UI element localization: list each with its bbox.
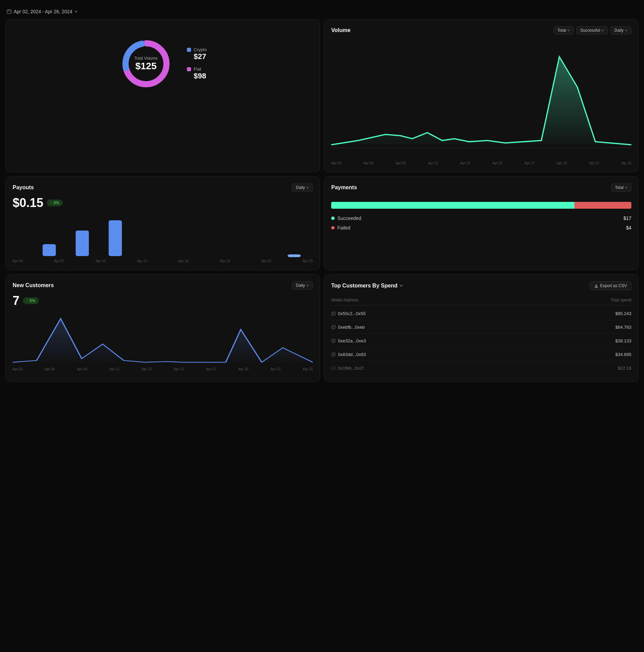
crypto-dot — [187, 48, 191, 52]
copy-icon — [331, 325, 336, 329]
new-customers-period-filter[interactable]: Daily — [292, 281, 313, 290]
crypto-legend-item: Crypto $27 — [187, 47, 207, 61]
payouts-period-filter[interactable]: Daily — [292, 183, 313, 192]
download-icon — [594, 284, 598, 288]
wallet-address: 0x83dd...0x83 — [338, 352, 366, 357]
crypto-amount: $27 — [194, 52, 207, 61]
payouts-title: Payouts — [13, 184, 34, 191]
svg-rect-18 — [333, 339, 335, 342]
new-customers-header: New Customers Daily — [13, 281, 313, 290]
spend-col-header: Total spend — [611, 298, 631, 302]
svg-rect-0 — [7, 10, 11, 14]
new-customers-title: New Customers — [13, 282, 54, 288]
table-row[interactable]: 0xebfb...0xeb $64.783 — [331, 321, 631, 334]
chevron-down-icon — [625, 186, 628, 189]
succeeded-value: $17 — [624, 216, 631, 221]
wallet-address: 0xebfb...0xeb — [338, 325, 365, 330]
failed-label: Failed — [337, 225, 350, 231]
payments-card: Payments Total Succeeded $17 Failed — [324, 176, 639, 270]
payouts-bar-chart — [13, 217, 313, 258]
payouts-amount: $0.15 ↑ 3% — [13, 196, 313, 210]
export-csv-button[interactable]: Export as CSV — [590, 281, 631, 290]
chevron-down-icon — [601, 29, 604, 32]
payments-stacked-bar — [331, 202, 631, 209]
fiat-amount: $98 — [194, 72, 207, 80]
volume-chart-title: Volume — [331, 27, 351, 33]
crypto-label: Crypto — [194, 47, 207, 52]
donut-label: Total Volume $125 — [134, 56, 158, 72]
svg-rect-13 — [332, 312, 334, 315]
new-customers-svg — [13, 311, 313, 366]
svg-rect-21 — [332, 367, 334, 370]
wallet-cell: 0x55c2...0x55 — [331, 311, 366, 316]
volume-chart-header: Volume Total Successful Daily — [331, 26, 631, 34]
payouts-bar-svg — [13, 217, 313, 258]
svg-rect-8 — [43, 244, 56, 256]
wallet-address: 0xe32a...0xe3 — [338, 338, 366, 343]
calendar-icon — [7, 9, 12, 14]
total-volume-card: Total Volume $125 Crypto $27 Fiat — [5, 19, 320, 172]
payments-bar-succeeded — [331, 202, 574, 209]
fiat-legend-item: Fiat $98 — [187, 66, 207, 80]
top-customers-header: Top Customers By Spend Export as CSV — [331, 281, 631, 290]
volume-status-filter[interactable]: Successful — [576, 26, 608, 34]
wallet-cell: 0xebfb...0xeb — [331, 325, 365, 330]
volume-summary: Total Volume $125 Crypto $27 Fiat — [13, 26, 313, 101]
table-row[interactable]: 0x83dd...0x83 $34.695 — [331, 348, 631, 361]
payments-title: Payments — [331, 184, 357, 191]
svg-rect-9 — [76, 231, 89, 256]
total-volume-label: Total Volume — [134, 56, 158, 61]
spend-value: $64.783 — [615, 325, 631, 330]
volume-chart-area — [331, 39, 631, 160]
chevron-down-icon — [306, 186, 309, 189]
volume-period-filter[interactable]: Daily — [611, 26, 631, 34]
payouts-x-axis: Apr 04 Apr 07 Apr 10 Apr 13 Apr 16 Apr 1… — [13, 258, 313, 263]
fiat-label: Fiat — [194, 66, 201, 72]
volume-chart-svg — [331, 39, 631, 160]
spend-value: $85.243 — [615, 311, 631, 316]
total-volume-amount: $125 — [134, 61, 158, 72]
new-customers-x-axis: Apr 03 Apr 06 Apr 09 Apr 11 Apr 13 Apr 1… — [13, 366, 313, 371]
svg-rect-11 — [288, 254, 301, 257]
chevron-down-icon — [74, 10, 78, 13]
new-customers-amount: 7 ↑ 5% — [13, 294, 313, 308]
wallet-cell: 0xe32a...0xe3 — [331, 338, 366, 343]
chevron-down-icon — [306, 284, 309, 287]
volume-x-axis: Apr 03 Apr 06 Apr 09 Apr 11 Apr 13 Apr 1… — [331, 160, 631, 165]
volume-chart-card: Volume Total Successful Daily — [324, 19, 639, 172]
date-range-label: Apr 02, 2024 - Apr 26, 2024 — [14, 9, 72, 14]
spend-value: $34.695 — [615, 352, 631, 357]
copy-icon — [331, 366, 336, 370]
copy-icon — [331, 311, 336, 316]
donut-chart: Total Volume $125 — [119, 36, 173, 91]
svg-rect-17 — [332, 340, 334, 343]
customers-table-body: 0x55c2...0x55 $85.243 0xebfb...0xeb $64.… — [331, 307, 631, 375]
top-customers-title-btn[interactable]: Top Customers By Spend — [331, 283, 403, 289]
top-customers-title: Top Customers By Spend — [331, 283, 397, 289]
wallet-address: 0x1f84...0x1f — [338, 366, 363, 371]
svg-rect-10 — [109, 220, 122, 256]
copy-icon — [331, 339, 336, 343]
svg-rect-14 — [333, 312, 335, 315]
wallet-cell: 0x1f84...0x1f — [331, 366, 363, 371]
volume-legend: Crypto $27 Fiat $98 — [187, 47, 207, 80]
fiat-dot — [187, 67, 191, 71]
table-row[interactable]: 0x55c2...0x55 $85.243 — [331, 307, 631, 321]
svg-rect-20 — [333, 353, 335, 356]
payments-period-filter[interactable]: Total — [611, 183, 631, 192]
payments-legend: Succeeded $17 Failed $4 — [331, 216, 631, 231]
svg-rect-19 — [332, 353, 334, 356]
payouts-badge: ↑ 3% — [47, 199, 63, 206]
table-row[interactable]: 0x1f84...0x1f $22.15 — [331, 361, 631, 375]
volume-filters: Total Successful Daily — [554, 26, 631, 34]
chevron-down-icon — [399, 284, 403, 287]
new-customers-card: New Customers Daily 7 ↑ 5% — [5, 274, 320, 382]
payouts-header: Payouts Daily — [13, 183, 313, 192]
svg-rect-15 — [332, 326, 334, 329]
table-row[interactable]: 0xe32a...0xe3 $38.133 — [331, 334, 631, 348]
succeeded-label: Succeeded — [337, 216, 361, 221]
new-customers-badge: ↑ 5% — [23, 297, 39, 304]
customers-table-header: Wallet Address Total spend — [331, 295, 631, 306]
date-range-button[interactable]: Apr 02, 2024 - Apr 26, 2024 — [7, 9, 78, 14]
volume-type-filter[interactable]: Total — [554, 26, 574, 34]
